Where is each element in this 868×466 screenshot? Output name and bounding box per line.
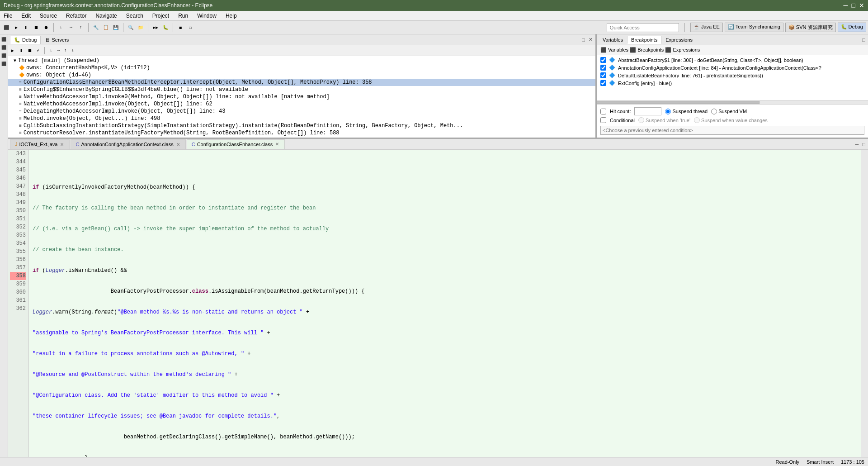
hit-count-checkbox[interactable] [600,109,606,114]
editor-maximize[interactable]: □ [861,142,866,147]
toolbar-btn-13[interactable]: ◼ [176,23,185,32]
suspend-when-changes-label[interactable]: Suspend when value changes [694,117,768,123]
debug-panel-maximize[interactable]: □ [581,37,586,43]
suspend-vm-label[interactable]: Suspend VM [711,109,747,114]
tab-servers[interactable]: 🖥 Servers [41,36,73,44]
debug-stop-btn[interactable]: ⏹ [26,48,33,54]
menu-source[interactable]: Source [38,12,59,19]
suspend-thread-label[interactable]: Suspend thread [665,109,708,114]
toolbar-btn-8[interactable]: 💾 [111,23,120,32]
debug-frame-9[interactable]: ≡ ConstructorResolver.instantiateUsingFa… [8,129,595,137]
debug-panel-close[interactable]: ✕ [588,37,594,43]
debug-frame-7[interactable]: ≡ Method.invoke(Object, Object...) line:… [8,115,595,122]
when-changes-radio[interactable] [694,117,700,123]
menu-file[interactable]: File [2,12,14,19]
tab-variables[interactable]: Variables [599,36,627,44]
vertical-scrollbar[interactable] [861,150,868,466]
bp-panel-minimize[interactable]: ─ [854,37,860,43]
toolbar-btn-11[interactable]: ▶▶ [151,23,160,32]
toolbar-btn-3[interactable]: ⏸ [22,23,31,32]
bp-checkbox-0[interactable] [600,57,606,63]
tab-close-1[interactable]: ✕ [175,142,181,147]
bp-checkbox-2[interactable] [600,72,606,78]
toolbar-btn-6[interactable]: 🔧 [91,23,100,32]
editor-tab-1[interactable]: C AnnotationConfigApplicationContext.cla… [71,139,185,149]
step-over-btn[interactable]: → [66,23,75,32]
menu-search[interactable]: Search [124,12,145,19]
menu-edit[interactable]: Edit [19,12,33,19]
editor-minimize[interactable]: ─ [854,142,860,147]
debug-drop-frame[interactable]: ⬇ [70,48,75,54]
perspective-svn[interactable]: 📦 SVN 资源库研究 [785,23,836,32]
sidebar-icon-4[interactable]: ⬛ [1,61,7,67]
code-editor[interactable]: 343 344 345 346 347 348 349 350 351 352 … [8,150,868,466]
menu-project[interactable]: Project [151,12,171,19]
bp-item-2[interactable]: 🔷 DefaultListableBeanFactory [line: 761]… [597,71,868,79]
bp-scrollbar[interactable] [597,100,868,104]
suspend-vm-radio[interactable] [711,109,717,114]
toolbar-btn-14[interactable]: ☐ [186,23,195,32]
debug-panel-minimize[interactable]: ─ [574,37,580,43]
suspend-when-true-label[interactable]: Suspend when 'true' [638,117,690,123]
bp-checkbox-1[interactable] [600,65,606,71]
toolbar-btn-2[interactable]: ▶ [12,23,21,32]
menu-window[interactable]: Window [195,12,218,19]
debug-frame-8[interactable]: ≡ CglibSubclassingInstantiationStrategy(… [8,122,595,129]
minimize-button[interactable]: ─ [844,2,848,9]
bp-panel-maximize[interactable]: □ [861,37,866,43]
step-into-btn[interactable]: ↓ [57,23,66,32]
perspective-team-sync[interactable]: 🔄 Team Synchronizing [725,23,783,32]
tab-close-0[interactable]: ✕ [59,142,65,147]
toolbar-btn-12[interactable]: 🐛 [161,23,170,32]
quick-access-input[interactable] [607,23,679,32]
close-button[interactable]: ✕ [859,2,864,9]
tab-expressions[interactable]: Expressions [661,36,697,44]
debug-frame-6[interactable]: ≡ DelegatingMethodAccessorImpl.invoke(Ob… [8,108,595,115]
toolbar-btn-10[interactable]: 📁 [136,23,145,32]
debug-disconnect-btn[interactable]: ⚡ [35,48,41,54]
maximize-button[interactable]: □ [852,2,855,9]
when-true-radio[interactable] [638,117,644,123]
menu-help[interactable]: Help [224,12,239,19]
window-controls[interactable]: ─ □ ✕ [844,2,864,9]
debug-step-into[interactable]: ↓ [48,48,54,53]
editor-tab-0[interactable]: J IOCTest_Ext.java ✕ [10,139,70,149]
menu-navigate[interactable]: Navigate [94,12,118,19]
toolbar-btn-7[interactable]: 📋 [101,23,110,32]
debug-frame-2[interactable]: ≡ ConfigurationClassEnhancer$BeanMethodI… [8,79,595,86]
toolbar-btn-1[interactable]: ⬛ [2,23,11,32]
editor-tab-2[interactable]: C ConfigurationClassEnhancer.class ✕ [187,139,285,149]
debug-step-return[interactable]: ↑ [63,48,68,53]
tab-close-2[interactable]: ✕ [274,142,280,147]
debug-suspend-btn[interactable]: ⏸ [17,48,24,54]
debug-step-over[interactable]: → [56,48,61,53]
menu-run[interactable]: Run [176,12,190,19]
sidebar-icon-1[interactable]: ⬛ [1,36,7,43]
sidebar-icon-2[interactable]: ⬛ [1,44,7,51]
debug-frame-0[interactable]: 🔶 owns: ConcurrentHashMap<K,V> (id=1712) [8,64,595,71]
bp-item-1[interactable]: 🔷 AnnotationConfigApplicationContext [li… [597,64,868,71]
debug-resume-btn[interactable]: ▶ [10,48,15,54]
tab-debug[interactable]: 🐛 Debug [10,36,41,44]
toolbar-btn-4[interactable]: ⏹ [32,23,41,32]
debug-frame-1[interactable]: 🔶 owns: Object (id=46) [8,71,595,79]
perspective-java-ee[interactable]: ☕ Java EE [690,23,723,32]
condition-input[interactable] [600,126,864,135]
tab-breakpoints[interactable]: Breakpoints [627,36,661,44]
debug-frame-5[interactable]: ≡ NativeMethodAccessorImpl.invoke(Object… [8,100,595,108]
bp-item-3[interactable]: 🔷 ExtConfig [entry] - blue() [597,79,868,87]
bp-checkbox-3[interactable] [600,80,606,86]
conditional-checkbox[interactable] [600,117,606,123]
perspective-debug[interactable]: 🐛 Debug [838,23,866,32]
toolbar-btn-5[interactable]: ⏺ [42,23,51,32]
debug-thread[interactable]: ▼ Thread [main] (Suspended) [8,57,595,64]
code-content[interactable]: if (isCurrentlyInvokedFactoryMethod(bean… [29,150,861,466]
menu-refactor[interactable]: Refactor [64,12,88,19]
suspend-thread-radio[interactable] [665,109,671,114]
hit-count-input[interactable] [634,107,661,115]
sidebar-icon-3[interactable]: ⬛ [1,52,7,59]
debug-frame-3[interactable]: ≡ ExtConfig$$EnhancerBySpringCGLIB$$a3df… [8,86,595,93]
step-return-btn[interactable]: ↑ [76,23,85,32]
bp-item-0[interactable]: 🔷 AbstractBeanFactory$1 [line: 306] - do… [597,56,868,64]
toolbar-btn-9[interactable]: 🔍 [126,23,135,32]
